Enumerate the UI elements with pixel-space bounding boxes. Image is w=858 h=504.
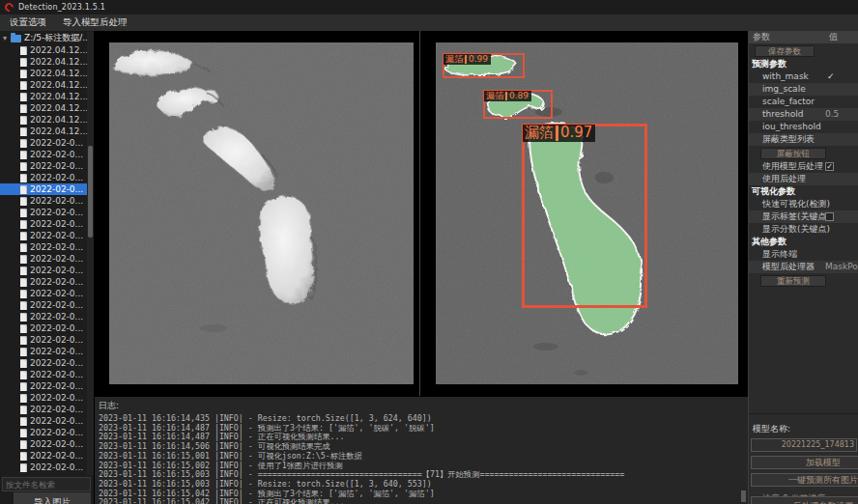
tree-item-label: 2022-02-0...: [30, 254, 83, 264]
search-input[interactable]: [2, 477, 91, 491]
param-action-button[interactable]: 重新预测: [760, 275, 826, 287]
menu-bar: 设置选项导入模型后处理: [0, 14, 858, 32]
tree-item[interactable]: 2022-02-0...: [0, 218, 94, 230]
param-section-header: 预测参数: [749, 58, 858, 70]
tree-item[interactable]: 2022.04.12...: [0, 56, 94, 68]
tree-item-label: 2022.04.12...: [30, 80, 88, 90]
tree-item[interactable]: 2022-02-0...: [0, 415, 94, 427]
expand-arrow-icon[interactable]: ▾: [0, 34, 10, 42]
raw-image-canvas[interactable]: [109, 42, 414, 384]
tree-item[interactable]: 2022-02-0...: [0, 357, 94, 369]
param-name: with_mask: [749, 70, 858, 83]
tree-item[interactable]: 2022-02-0...: [0, 438, 94, 450]
tree-item[interactable]: 2022-02-0...: [0, 288, 94, 299]
param-row[interactable]: 显示终端: [749, 248, 858, 261]
detection-score: 0.99: [469, 55, 488, 64]
tree-item[interactable]: 2022.04.12...: [0, 68, 94, 79]
tree-item[interactable]: 2022-02-0...: [0, 392, 94, 404]
tree-item[interactable]: 2022-02-0...: [0, 369, 94, 380]
param-row[interactable]: 快速可视化(检测): [749, 198, 858, 210]
file-tree-panel: ▾ Z:/5-标注数据/... 2022.04.12...2022.04.12.…: [0, 31, 95, 504]
tree-item-label: 2022.04.12...: [30, 45, 88, 55]
postprocess-settings-button[interactable]: 后处理参数设置: [751, 496, 858, 504]
file-icon: [20, 429, 27, 437]
param-section-header: 可视化参数: [749, 185, 858, 198]
tree-item[interactable]: 2022-02-0...: [0, 149, 94, 160]
tree-scrollbar-thumb[interactable]: [88, 146, 93, 238]
param-row[interactable]: 屏蔽类型列表: [749, 133, 858, 146]
tree-item[interactable]: 2022.04.12...: [0, 114, 94, 126]
file-tree: ▾ Z:/5-标注数据/... 2022.04.12...2022.04.12.…: [0, 32, 94, 475]
tree-item[interactable]: 2022-02-0...: [0, 462, 94, 473]
tree-item[interactable]: 2022-02-0...: [0, 380, 94, 392]
tree-item[interactable]: 2022.04.12...: [0, 44, 94, 56]
tree-item[interactable]: 2022-02-0...: [0, 172, 94, 183]
tree-item[interactable]: 2022-02-0...: [0, 207, 94, 218]
tree-item-label: 2022-02-0...: [30, 161, 83, 171]
tree-item[interactable]: 2022-02-0...: [0, 404, 94, 415]
param-action-button[interactable]: 保存参数: [755, 45, 815, 57]
param-row[interactable]: iou_threshold: [749, 121, 858, 133]
file-icon: [20, 348, 27, 356]
log-title: 日志:: [99, 400, 748, 412]
menu-item[interactable]: 设置选项: [10, 16, 46, 29]
tree-item[interactable]: 2022.04.12...: [0, 102, 94, 114]
tree-item[interactable]: 2022-02-0...: [0, 299, 94, 311]
log-scrollbar-thumb[interactable]: [741, 490, 746, 502]
param-row[interactable]: 显示分数(关键点): [749, 223, 858, 236]
tree-item[interactable]: 2022-02-0...: [0, 195, 94, 207]
tree-item[interactable]: 2022-02-0...: [0, 322, 94, 334]
file-icon: [20, 278, 27, 287]
tree-item-label: 2022-02-0...: [30, 462, 83, 472]
tree-item[interactable]: 2022-02-0...: [0, 160, 94, 172]
param-row[interactable]: 显示标签(关键点): [749, 210, 858, 223]
tree-root-folder[interactable]: ▾ Z:/5-标注数据/...: [0, 32, 94, 44]
tree-item[interactable]: 2022-02-0...: [0, 346, 94, 357]
model-name-field[interactable]: 20221225_174813: [751, 438, 857, 452]
tree-item[interactable]: 2022-02-0...: [0, 183, 94, 195]
tree-item[interactable]: 2022-02-0...: [0, 334, 94, 346]
tree-item[interactable]: 2022-02-0...: [0, 253, 94, 265]
detection-class-name: 漏箔: [486, 92, 503, 100]
folder-icon: [11, 35, 21, 42]
import-images-button[interactable]: 导入图片: [13, 491, 92, 504]
param-row[interactable]: scale_factor: [749, 96, 858, 108]
tree-item[interactable]: 2022.04.12...: [0, 91, 94, 102]
param-row[interactable]: 模型后处理器MaskPostPro: [749, 261, 858, 273]
param-row[interactable]: with_mask✓: [749, 70, 858, 83]
parameters-panel: 参数 值 保存参数预测参数with_mask✓img_scalescale_fa…: [749, 31, 858, 504]
tree-item[interactable]: 2022-02-0...: [0, 311, 94, 322]
tree-item-label: 2022-02-0...: [30, 196, 83, 206]
param-section-header: 其他参数: [749, 236, 858, 248]
predict-all-button[interactable]: 一键预测所有图片: [751, 473, 858, 487]
tree-item[interactable]: 2022-02-0...: [0, 137, 94, 149]
param-row[interactable]: threshold0.5: [749, 108, 858, 121]
file-icon: [20, 93, 27, 101]
tree-item[interactable]: 2022-02-0...: [0, 265, 94, 276]
param-checkbox[interactable]: ✓: [825, 162, 834, 171]
tree-item[interactable]: 2022.04.12...: [0, 126, 94, 137]
menu-item[interactable]: 导入模型后处理: [63, 16, 128, 29]
tree-item-label: 2022-02-0...: [30, 381, 83, 391]
tree-item[interactable]: 2022-02-0...: [0, 276, 94, 288]
detection-image-canvas[interactable]: 漏箔0.99漏箔0.89漏箔0.97: [436, 42, 738, 384]
app-window: Detection_2023.1.5.1 设置选项导入模型后处理 ▾ Z:/5-…: [0, 0, 858, 504]
tree-item-label: 2022-02-0...: [30, 347, 83, 356]
param-row[interactable]: 使用后处理: [749, 173, 858, 185]
file-icon: [20, 255, 27, 264]
tree-scrollbar-track[interactable]: [87, 32, 94, 475]
tree-item-label: 2022-02-0...: [30, 219, 83, 229]
tree-item[interactable]: 2022.04.12...: [0, 79, 94, 91]
tree-item[interactable]: 2022-02-0...: [0, 427, 94, 438]
tree-item-label: 2022-02-0...: [30, 242, 83, 252]
tree-item[interactable]: 2022-02-0...: [0, 230, 94, 241]
tree-item-label: 2022-02-0...: [30, 358, 83, 368]
load-model-button[interactable]: 加载模型: [751, 456, 858, 469]
param-action-button[interactable]: 屏蔽按钮: [760, 148, 826, 159]
log-lines[interactable]: 2023-01-11 16:16:14,435 |INFO| - Resize:…: [99, 414, 748, 504]
param-row[interactable]: 使用模型后处理✓: [749, 160, 858, 173]
tree-item[interactable]: 2022-02-0...: [0, 241, 94, 253]
param-checkbox[interactable]: [825, 212, 834, 221]
tree-item[interactable]: 2022-02-0...: [0, 450, 94, 462]
param-row[interactable]: img_scale: [749, 83, 858, 96]
